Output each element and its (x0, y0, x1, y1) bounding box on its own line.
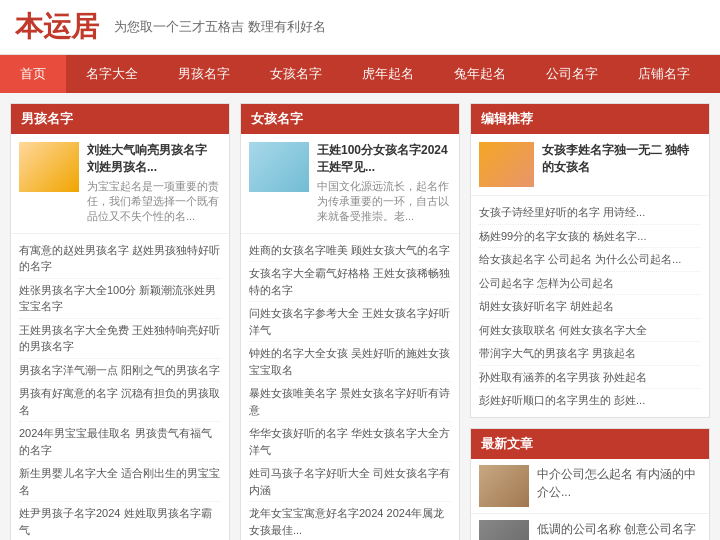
editors-featured: 女孩李姓名字独一无二 独特的女孩名 (471, 134, 709, 196)
logo: 本运居 (15, 8, 99, 46)
girls-column: 女孩名字 王姓100分女孩名字2024 王姓罕见... 中国文化源远流长，起名作… (240, 103, 460, 540)
boys-featured: 刘姓大气响亮男孩名字 刘姓男孩名... 为宝宝起名是一项重要的责任，我们希望选择… (11, 134, 229, 234)
editors-featured-image (479, 142, 534, 187)
boys-featured-title[interactable]: 刘姓大气响亮男孩名字 刘姓男孩名... (87, 142, 221, 176)
nav-names-all[interactable]: 名字大全 (66, 55, 158, 93)
girls-link-1[interactable]: 姓商的女孩名字唯美 顾姓女孩大气的名字 (249, 239, 451, 263)
girls-featured-image (249, 142, 309, 192)
latest-item-1: 中介公司怎么起名 有内涵的中介公... (471, 459, 709, 514)
girls-link-3[interactable]: 问姓女孩名字参考大全 王姓女孩名字好听洋气 (249, 302, 451, 342)
editors-link-list: 女孩子诗经里好听的名字 用诗经... 杨姓99分的名字女孩的 杨姓名字... 给… (471, 196, 709, 417)
boys-link-5[interactable]: 男孩有好寓意的名字 沉稳有担负的男孩取名 (19, 382, 221, 422)
boys-link-8[interactable]: 姓尹男孩子名字2024 姓姓取男孩名字霸气 (19, 502, 221, 540)
boys-link-4[interactable]: 男孩名字洋气潮一点 阳刚之气的男孩名字 (19, 359, 221, 383)
editors-featured-title[interactable]: 女孩李姓名字独一无二 独特的女孩名 (542, 142, 701, 176)
boys-section-title: 男孩名字 (11, 104, 229, 134)
right-column: 编辑推荐 女孩李姓名字独一无二 独特的女孩名 女孩子诗经里好听的名字 用诗经..… (470, 103, 710, 540)
tagline: 为您取一个三才五格吉 数理有利好名 (114, 18, 326, 36)
boys-column: 男孩名字 刘姓大气响亮男孩名字 刘姓男孩名... 为宝宝起名是一项重要的责任，我… (10, 103, 230, 540)
latest-item-title-1[interactable]: 中介公司怎么起名 有内涵的中介公... (537, 465, 701, 501)
editors-title: 编辑推荐 (471, 104, 709, 134)
boys-link-1[interactable]: 有寓意的赵姓男孩名字 赵姓男孩独特好听的名字 (19, 239, 221, 279)
editors-link-2[interactable]: 杨姓99分的名字女孩的 杨姓名字... (479, 225, 701, 249)
boys-link-list: 有寓意的赵姓男孩名字 赵姓男孩独特好听的名字 姓张男孩名字大全100分 新颖潮流… (11, 234, 229, 540)
editors-link-1[interactable]: 女孩子诗经里好听的名字 用诗经... (479, 201, 701, 225)
nav-shop-names[interactable]: 店铺名字 (618, 55, 710, 93)
boys-link-6[interactable]: 2024年男宝宝最佳取名 男孩贵气有福气的名字 (19, 422, 221, 462)
editors-link-6[interactable]: 何姓女孩取联名 何姓女孩名字大全 (479, 319, 701, 343)
boys-link-2[interactable]: 姓张男孩名字大全100分 新颖潮流张姓男宝宝名字 (19, 279, 221, 319)
header: 本运居 为您取一个三才五格吉 数理有利好名 (0, 0, 720, 55)
girls-link-8[interactable]: 龙年女宝宝寓意好名字2024 2024年属龙女孩最佳... (249, 502, 451, 540)
editors-link-4[interactable]: 公司起名字 怎样为公司起名 (479, 272, 701, 296)
nav-home[interactable]: 首页 (0, 55, 66, 93)
nav-boys-names[interactable]: 男孩名字 (158, 55, 250, 93)
girls-featured-desc: 中国文化源远流长，起名作为传承重要的一环，自古以来就备受推崇。老... (317, 179, 451, 225)
nav-girls-names[interactable]: 女孩名字 (250, 55, 342, 93)
editors-section: 编辑推荐 女孩李姓名字独一无二 独特的女孩名 女孩子诗经里好听的名字 用诗经..… (470, 103, 710, 418)
latest-image-1 (479, 465, 529, 507)
girls-link-5[interactable]: 暴姓女孩唯美名字 景姓女孩名字好听有诗意 (249, 382, 451, 422)
latest-image-2 (479, 520, 529, 541)
boys-featured-image (19, 142, 79, 192)
girls-link-list: 姓商的女孩名字唯美 顾姓女孩大气的名字 女孩名字大全霸气好格格 王姓女孩稀畅独特… (241, 234, 459, 540)
editors-link-9[interactable]: 彭姓好听顺口的名字男生的 彭姓... (479, 389, 701, 412)
boys-link-7[interactable]: 新生男婴儿名字大全 适合刚出生的男宝宝名 (19, 462, 221, 502)
latest-item-title-2[interactable]: 低调的公司名称 创意公司名字大全 (537, 520, 701, 541)
girls-section-title: 女孩名字 (241, 104, 459, 134)
boys-link-3[interactable]: 王姓男孩名字大全免费 王姓独特响亮好听的男孩名字 (19, 319, 221, 359)
boys-section: 男孩名字 刘姓大气响亮男孩名字 刘姓男孩名... 为宝宝起名是一项重要的责任，我… (10, 103, 230, 540)
editors-link-3[interactable]: 给女孩起名字 公司起名 为什么公司起名... (479, 248, 701, 272)
nav-rabbit-names[interactable]: 兔年起名 (434, 55, 526, 93)
girls-featured: 王姓100分女孩名字2024 王姓罕见... 中国文化源远流长，起名作为传承重要… (241, 134, 459, 234)
main-content: 男孩名字 刘姓大气响亮男孩名字 刘姓男孩名... 为宝宝起名是一项重要的责任，我… (0, 93, 720, 540)
editors-link-7[interactable]: 带润字大气的男孩名字 男孩起名 (479, 342, 701, 366)
latest-item-2: 低调的公司名称 创意公司名字大全 (471, 514, 709, 541)
girls-link-7[interactable]: 姓司马孩子名字好听大全 司姓女孩名字有内涵 (249, 462, 451, 502)
boys-featured-desc: 为宝宝起名是一项重要的责任，我们希望选择一个既有品位又不失个性的名... (87, 179, 221, 225)
nav-company-names[interactable]: 公司名字 (526, 55, 618, 93)
navigation: 首页 名字大全 男孩名字 女孩名字 虎年起名 兔年起名 公司名字 店铺名字 (0, 55, 720, 93)
latest-section: 最新文章 中介公司怎么起名 有内涵的中介公... 低调的公司名称 创意公司名字大… (470, 428, 710, 541)
girls-link-2[interactable]: 女孩名字大全霸气好格格 王姓女孩稀畅独特的名字 (249, 262, 451, 302)
latest-title: 最新文章 (471, 429, 709, 459)
girls-link-4[interactable]: 钟姓的名字大全女孩 吴姓好听的施姓女孩宝宝取名 (249, 342, 451, 382)
girls-featured-title[interactable]: 王姓100分女孩名字2024 王姓罕见... (317, 142, 451, 176)
girls-section: 女孩名字 王姓100分女孩名字2024 王姓罕见... 中国文化源远流长，起名作… (240, 103, 460, 540)
editors-link-5[interactable]: 胡姓女孩好听名字 胡姓起名 (479, 295, 701, 319)
editors-link-8[interactable]: 孙姓取有涵养的名字男孩 孙姓起名 (479, 366, 701, 390)
girls-link-6[interactable]: 华华女孩好听的名字 华姓女孩名字大全方洋气 (249, 422, 451, 462)
nav-tiger-names[interactable]: 虎年起名 (342, 55, 434, 93)
